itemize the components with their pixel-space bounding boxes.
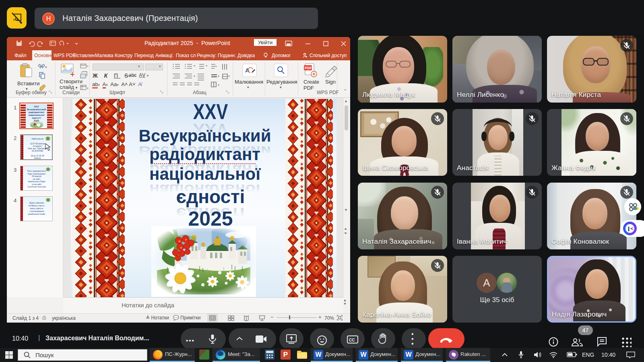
svg-text:▾: ▾ — [87, 86, 88, 90]
svg-text:▾: ▾ — [194, 74, 195, 78]
svg-text:▾: ▾ — [87, 64, 88, 68]
svg-text:▾: ▾ — [228, 74, 230, 78]
svg-text:CC: CC — [349, 338, 355, 342]
svg-text:PDF: PDF — [305, 66, 312, 70]
svg-text:▾: ▾ — [218, 83, 219, 87]
svg-text:▾: ▾ — [218, 74, 219, 78]
svg-text:▾: ▾ — [194, 64, 195, 68]
svg-text:▾: ▾ — [206, 64, 207, 68]
